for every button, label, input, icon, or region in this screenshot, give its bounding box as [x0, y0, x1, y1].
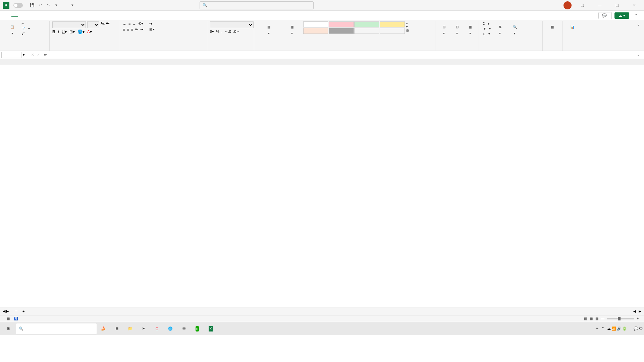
increase-indent-icon[interactable]: ⇥: [140, 27, 143, 32]
battery-icon[interactable]: 🔋: [622, 326, 627, 331]
zoom-slider[interactable]: [607, 318, 634, 319]
zoom-in-icon[interactable]: +: [637, 317, 639, 320]
taskbar-app-icon[interactable]: 🍰: [97, 322, 110, 336]
mail-icon[interactable]: ✉: [177, 322, 191, 336]
ribbon-mode-icon[interactable]: ▢: [576, 0, 589, 11]
volume-icon[interactable]: 🔊: [617, 326, 622, 331]
redo-icon[interactable]: ↷: [44, 1, 52, 9]
style-check-cell[interactable]: [329, 28, 354, 34]
tab-page-layout[interactable]: [26, 14, 33, 17]
toggle-switch[interactable]: [13, 3, 23, 8]
view-normal-icon[interactable]: ▦: [584, 317, 587, 320]
cell-styles-gallery[interactable]: [303, 21, 405, 34]
wrap-text-button[interactable]: ⇆: [149, 22, 152, 25]
excel-taskbar-icon[interactable]: X: [204, 322, 217, 336]
comma-format-icon[interactable]: ,: [221, 29, 222, 34]
maximize-icon[interactable]: ▢: [610, 0, 624, 11]
delete-cells-button[interactable]: ⊟▾: [451, 21, 463, 37]
tab-insert[interactable]: [19, 14, 25, 17]
enter-formula-icon[interactable]: ✓: [36, 53, 41, 57]
conditional-formatting-button[interactable]: ▦▾: [257, 21, 280, 37]
collapse-ribbon-icon[interactable]: ⌄: [636, 21, 641, 51]
formula-input[interactable]: [49, 52, 634, 58]
tab-data[interactable]: [41, 14, 48, 17]
worksheet-grid[interactable]: [0, 59, 644, 307]
taskbar-search[interactable]: 🔍: [16, 323, 97, 334]
style-calculation[interactable]: [303, 28, 328, 34]
style-neutral[interactable]: [380, 21, 405, 27]
minimize-icon[interactable]: —: [593, 0, 606, 11]
fx-icon[interactable]: fx: [41, 53, 50, 57]
tab-review[interactable]: [48, 14, 55, 17]
autosave-toggle[interactable]: [12, 3, 24, 8]
align-center-icon[interactable]: ≡: [127, 27, 129, 32]
autosum-button[interactable]: Σ▾: [482, 21, 492, 26]
save-icon[interactable]: 💾: [28, 1, 36, 9]
number-format-select[interactable]: [210, 21, 254, 28]
tab-help[interactable]: [70, 14, 77, 17]
paste-button[interactable]: 📋 ▾: [5, 21, 19, 37]
cut-button[interactable]: ✂: [20, 21, 31, 26]
new-sheet-icon[interactable]: +: [20, 309, 26, 313]
insert-cells-button[interactable]: ⊞▾: [438, 21, 450, 37]
fill-button[interactable]: ▼▾: [482, 26, 492, 31]
style-explanatory[interactable]: [354, 28, 379, 34]
style-followed-hyperlink[interactable]: [380, 28, 405, 34]
tab-scroll-right-icon[interactable]: ▶: [639, 309, 641, 313]
increase-font-icon[interactable]: A▴: [101, 21, 105, 28]
opera-icon[interactable]: O: [150, 322, 164, 336]
border-button[interactable]: ⊞▾: [69, 29, 75, 34]
onedrive-icon[interactable]: ☁: [607, 326, 611, 331]
macro-icon[interactable]: ▦: [7, 317, 10, 320]
style-bad[interactable]: [329, 21, 354, 27]
chrome-icon[interactable]: 🌐: [164, 322, 177, 336]
align-right-icon[interactable]: ≡: [131, 27, 133, 32]
wifi-icon[interactable]: 📶: [611, 326, 616, 331]
tab-next-icon[interactable]: ▶: [6, 309, 9, 313]
styles-gallery-scroll[interactable]: ▴▾⊟: [406, 21, 409, 32]
addins-button[interactable]: ▦: [545, 21, 559, 33]
accessibility-status[interactable]: ♿: [14, 317, 18, 320]
orientation-icon[interactable]: ⟲▾: [138, 21, 143, 26]
accounting-format-icon[interactable]: $▾: [210, 29, 214, 34]
name-box-dropdown-icon[interactable]: ▾: [21, 53, 26, 57]
italic-button[interactable]: I: [58, 29, 59, 34]
view-page-break-icon[interactable]: ▦: [595, 317, 598, 320]
close-icon[interactable]: ✕: [628, 0, 641, 11]
tab-menu-icon[interactable]: ⋯: [13, 309, 20, 313]
sort-filter-button[interactable]: ⇅▾: [493, 21, 507, 37]
analyze-data-button[interactable]: 📊: [566, 21, 579, 33]
user-avatar[interactable]: [564, 1, 572, 9]
zoom-out-icon[interactable]: —: [601, 317, 604, 320]
tab-view[interactable]: [56, 14, 62, 17]
style-good[interactable]: [354, 21, 379, 27]
increase-decimal-icon[interactable]: ←.0: [224, 29, 231, 34]
tab-home[interactable]: [11, 14, 18, 17]
expand-formula-bar-icon[interactable]: ⌄: [634, 53, 643, 57]
decrease-decimal-icon[interactable]: .0→: [233, 29, 240, 34]
search-box[interactable]: 🔍: [200, 1, 314, 9]
share-button[interactable]: ☁ ▾: [614, 12, 629, 19]
snip-icon[interactable]: ✂: [137, 322, 150, 336]
align-middle-icon[interactable]: ≡: [128, 22, 130, 26]
start-button[interactable]: ⊞: [1, 322, 15, 336]
tab-scroll-left-icon[interactable]: ◀: [633, 309, 636, 313]
file-explorer-icon[interactable]: 📁: [123, 322, 137, 336]
merge-center-button[interactable]: ⊞ ▾: [149, 27, 155, 31]
font-color-button[interactable]: A▾: [87, 29, 92, 34]
underline-button[interactable]: U▾: [62, 29, 67, 34]
percent-format-icon[interactable]: %: [216, 29, 219, 34]
column-headers[interactable]: [0, 59, 644, 65]
upwork-icon[interactable]: u: [191, 322, 204, 336]
tab-file[interactable]: [4, 14, 11, 17]
decrease-indent-icon[interactable]: ⇤: [135, 27, 138, 32]
format-cells-button[interactable]: ▦▾: [464, 21, 476, 37]
tab-formulas[interactable]: [34, 14, 40, 17]
align-left-icon[interactable]: ≡: [123, 27, 125, 32]
font-name-select[interactable]: [52, 21, 86, 28]
cancel-formula-icon[interactable]: ✕: [30, 53, 36, 57]
format-as-table-button[interactable]: ▦▾: [282, 21, 302, 37]
comments-button[interactable]: 💬: [598, 12, 612, 19]
view-page-layout-icon[interactable]: ▦: [590, 317, 593, 320]
clear-button[interactable]: ◇▾: [482, 32, 492, 36]
